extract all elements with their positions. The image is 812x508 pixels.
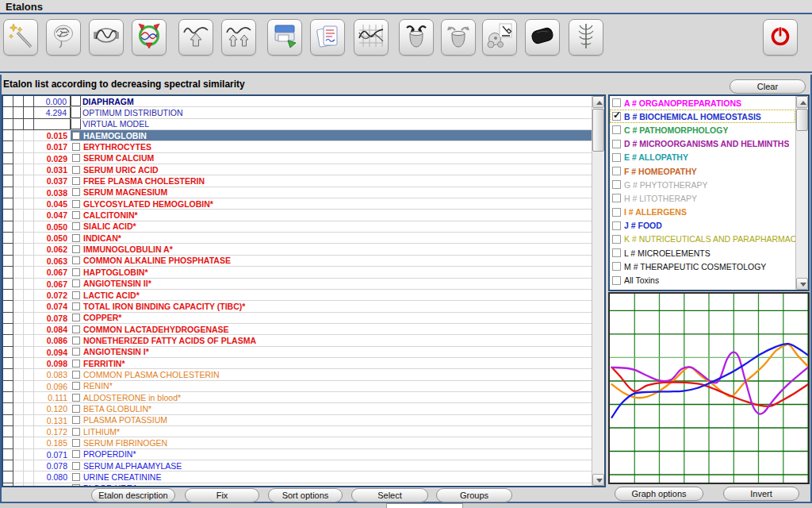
scrollbar-thumb[interactable]	[592, 109, 604, 152]
body-graph-button[interactable]	[89, 19, 124, 56]
etalon-list-scrollbar[interactable]	[592, 96, 604, 486]
etalon-checkbox[interactable]	[72, 371, 80, 379]
etalon-row[interactable]: 0.072LACTIC ACID*	[3, 290, 592, 301]
etalon-checkbox[interactable]	[72, 245, 80, 253]
category-item[interactable]: K # NUTRICEUTICALS AND PARAPHARMACEU	[610, 233, 795, 246]
etalon-checkbox[interactable]	[72, 256, 80, 264]
etalon-checkbox[interactable]	[72, 382, 80, 390]
exit-button[interactable]	[763, 19, 798, 56]
etalon-checkbox[interactable]	[72, 234, 80, 242]
category-item[interactable]: M # THERAPEUTIC COSMETOLOGY	[610, 260, 795, 273]
category-checkbox[interactable]	[612, 276, 621, 285]
etalon-checkbox[interactable]	[72, 291, 80, 299]
scrollbar-thumb[interactable]	[796, 109, 808, 131]
scroll-down-button[interactable]	[796, 278, 808, 290]
printer-button[interactable]	[267, 19, 302, 56]
etalon-checkbox[interactable]	[72, 222, 80, 230]
scroll-up-button[interactable]	[796, 96, 808, 108]
etalon-row[interactable]: 0.063COMMON ALKALINE PHOSPHATASE	[3, 256, 592, 267]
groups-scrollbar[interactable]	[795, 96, 808, 290]
category-item[interactable]: E # ALLOPATHY	[610, 151, 795, 164]
etalon-checkbox[interactable]	[72, 279, 80, 287]
category-checkbox[interactable]	[612, 98, 621, 107]
etalon-row[interactable]: 0.017ERYTHROCYTES	[3, 141, 592, 152]
scroll-down-button[interactable]	[592, 474, 604, 486]
etalon-row[interactable]: 0.037FREE PLASMA CHOLESTERIN	[3, 175, 592, 187]
comparative-analysis-button[interactable]	[132, 19, 167, 56]
etalon-row[interactable]: 0.074TOTAL IRON BINDING CAPACITY (TIBC)*	[3, 301, 592, 312]
etalon-test-arrow-button[interactable]	[178, 19, 213, 56]
select-button[interactable]: Select	[351, 488, 428, 502]
etalon-checkbox[interactable]	[72, 416, 80, 424]
etalon-row[interactable]: 0.050SIALIC ACID*	[3, 221, 592, 233]
etalon-checkbox[interactable]	[72, 166, 80, 174]
etalon-row[interactable]: 0.078SERUM ALPHAAMYLASE	[3, 460, 592, 471]
phytotherapy-plant-button[interactable]	[569, 19, 603, 56]
litotherapy-stone-button[interactable]	[525, 19, 560, 56]
category-checkbox[interactable]	[612, 221, 621, 230]
etalon-row[interactable]: 0.086NONETHERIZED FATTY ACIDS OF PLASMA	[3, 335, 592, 346]
etalon-checkbox[interactable]	[72, 473, 80, 481]
etalon-row[interactable]: 0.172LITHIUM*	[3, 426, 592, 437]
magic-wand-button[interactable]	[3, 19, 38, 56]
category-checkbox[interactable]	[612, 140, 621, 148]
etalon-row[interactable]: 0.031SERUM URIC ACID	[3, 164, 592, 175]
category-checkbox[interactable]	[612, 248, 621, 257]
category-item[interactable]: D # MICROORGANISMS AND HELMINTHS	[610, 137, 795, 151]
vegetotest-out-button[interactable]	[441, 19, 476, 56]
etalon-row[interactable]: 0.185SERUM FIBRINOGEN	[3, 437, 592, 448]
category-item[interactable]: C # PATHOMORPHOLOGY	[610, 123, 795, 137]
etalon-row[interactable]: 0.131PLASMA POTASSIUM	[3, 415, 592, 426]
clear-button[interactable]: Clear	[730, 79, 806, 94]
category-item[interactable]: F # HOMEOPATHY	[610, 164, 795, 178]
category-checkbox[interactable]	[612, 194, 621, 202]
etalon-checkbox[interactable]	[72, 132, 80, 140]
category-item[interactable]: H # LITOTHERAPY	[610, 191, 795, 205]
category-item[interactable]: All Toxins	[610, 273, 795, 287]
etalon-checkbox[interactable]	[72, 394, 80, 402]
etalon-checkbox[interactable]	[72, 200, 80, 208]
etalon-row[interactable]: 0.085BLOOD UREA	[3, 483, 592, 486]
etalon-row[interactable]: 0.071PROPERDIN*	[3, 449, 592, 460]
etalon-row[interactable]: 0.050INDICAN*	[3, 233, 592, 244]
invert-button[interactable]: Invert	[723, 487, 799, 501]
fix-button[interactable]: Fix	[185, 488, 259, 502]
etalon-checkbox[interactable]	[72, 450, 80, 458]
category-item[interactable]: L # MICROELEMENTS	[610, 246, 795, 260]
scroll-up-button[interactable]	[592, 96, 604, 108]
etalon-row[interactable]: 0.078COPPER*	[3, 313, 592, 324]
category-checkbox[interactable]	[612, 180, 621, 189]
category-item[interactable]: I # ALLERGENS	[610, 206, 795, 219]
etalon-row[interactable]: 0.067HAPTOGLOBIN*	[3, 267, 592, 278]
category-item[interactable]: ✓B # BIOCHEMICAL HOMEOSTASIS	[610, 110, 795, 123]
etalon-row[interactable]: 0.096RENIN*	[3, 381, 592, 392]
category-checkbox[interactable]	[612, 125, 621, 134]
sort-options-button[interactable]: Sort options	[268, 488, 343, 502]
etalon-checkbox[interactable]	[72, 188, 80, 196]
etalon-row[interactable]: 0.045GLYCOSYLATED HEMOGLOBIN*	[3, 198, 592, 210]
etalon-row[interactable]: 0.038SERUM MAGNESIUM	[3, 187, 592, 198]
graph-overlay-button[interactable]	[354, 19, 389, 56]
category-checkbox[interactable]	[612, 208, 621, 217]
graph-options-button[interactable]: Graph options	[615, 487, 703, 501]
etalon-checkbox[interactable]	[72, 177, 80, 185]
etalon-row[interactable]: 0.094ANGIOTENSIN I*	[3, 347, 592, 358]
etalon-row[interactable]: 0.083COMMON PLASMA CHOLESTERIN	[3, 369, 592, 380]
etalon-row[interactable]: 0.015HAEMOGLOBIN	[3, 130, 592, 141]
microorganism-microscope-button[interactable]	[482, 19, 517, 56]
etalon-checkbox[interactable]	[72, 428, 80, 436]
category-checkbox[interactable]	[612, 235, 621, 244]
etalon-row[interactable]: 0.120BETA GLOBULIN*	[3, 403, 592, 414]
groups-button[interactable]: Groups	[436, 488, 512, 502]
etalon-checkbox[interactable]	[72, 439, 80, 447]
etalon-description-button[interactable]: Etalon description	[91, 488, 175, 502]
etalon-row[interactable]: 0.029SERUM CALCIUM	[3, 153, 592, 164]
etalon-row[interactable]: 0.080URINE CREATININE	[3, 471, 592, 483]
etalon-checkbox[interactable]	[72, 314, 80, 321]
category-item[interactable]: G # PHYTOTHERAPY	[610, 178, 795, 191]
etalon-checkbox[interactable]	[72, 337, 80, 344]
etalon-checkbox[interactable]	[72, 484, 80, 486]
etalon-row[interactable]: VIRTUAL MODEL	[3, 119, 592, 130]
etalon-row[interactable]: 0.067ANGIOTENSIN II*	[3, 279, 592, 290]
etalon-row[interactable]: 0.098FERRITIN*	[3, 358, 592, 369]
